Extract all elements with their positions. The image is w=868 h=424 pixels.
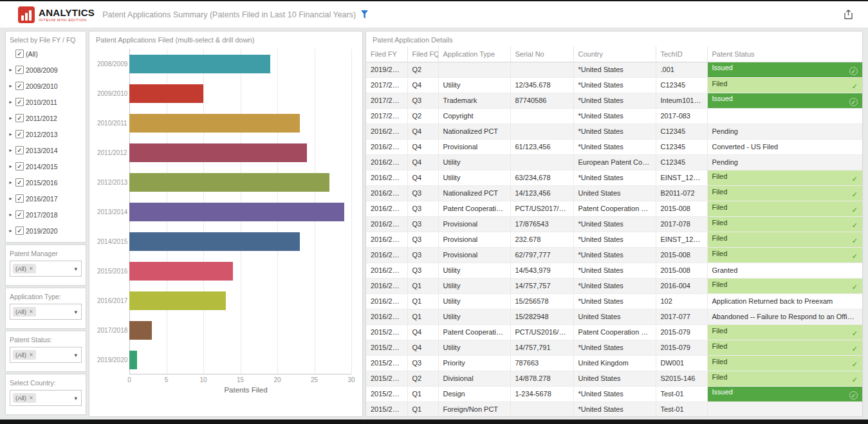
column-header[interactable]: Application Type xyxy=(438,46,510,62)
table-row[interactable]: 2015/2016Q4Patent Cooperation T...PCT/US… xyxy=(366,324,862,340)
cell-country: European Patent Convent... xyxy=(573,154,656,170)
table-row[interactable]: 2015/2016Q1Foreign/Non PCT*United States… xyxy=(366,401,862,417)
column-header[interactable]: Country xyxy=(573,46,656,62)
fy-filter-item[interactable]: ▸✓2012/2013 xyxy=(6,126,86,142)
fy-filter-item[interactable]: ▸✓2016/2017 xyxy=(6,190,86,207)
expand-icon[interactable]: ▸ xyxy=(8,196,14,201)
table-row[interactable]: 2016/2017Q3Patent Cooperation T...PCT/US… xyxy=(366,201,862,216)
expand-icon[interactable]: ▸ xyxy=(8,163,14,169)
chart-bar[interactable] xyxy=(129,84,203,103)
table-row[interactable]: 2017/2018Q3Trademark87740586*United Stat… xyxy=(366,93,862,108)
filter-dropdown[interactable]: (All)✕▾ xyxy=(10,261,82,277)
table-row[interactable]: 2016/2017Q4Provisional61/123,456*United … xyxy=(366,139,862,154)
table-row[interactable]: 2015/2016Q1Design1-234-5678*United State… xyxy=(366,386,862,401)
table-row[interactable]: 2017/2018Q4Utility12/345.678*United Stat… xyxy=(366,77,862,93)
chart-bar[interactable] xyxy=(129,321,152,340)
column-header[interactable]: Serial No xyxy=(510,46,573,62)
table-row[interactable]: 2016/2017Q4UtilityEuropean Patent Conven… xyxy=(366,154,862,170)
table-row[interactable]: 2015/2016Q2Divisional14/878.278United St… xyxy=(366,371,862,386)
table-row[interactable]: 2016/2017Q1Utility15/256578*United State… xyxy=(366,293,862,309)
status-label: Filed xyxy=(712,219,728,226)
fy-filter-item[interactable]: ✓(All) xyxy=(6,46,86,62)
table-row[interactable]: 2015/2016Q3Priority787663United KingdomD… xyxy=(366,355,862,371)
chart-bar[interactable] xyxy=(129,143,307,162)
table-row[interactable]: 2016/2017Q3Provisional62/797,777*United … xyxy=(366,247,862,263)
cell-serial-no: 232.678 xyxy=(510,232,573,247)
fy-filter-item[interactable]: ▸✓2015/2016 xyxy=(6,174,86,190)
checkbox[interactable]: ✓ xyxy=(15,178,24,187)
dropdown-caret-icon[interactable]: ▾ xyxy=(73,266,78,272)
fy-item-label: 2017/2018 xyxy=(26,211,58,219)
table-row[interactable]: 2016/2017Q3Nationalized PCT14/123,456Uni… xyxy=(366,185,862,201)
chart-bar[interactable] xyxy=(129,351,137,369)
checkbox[interactable]: ✓ xyxy=(15,162,24,171)
table-row[interactable]: 2017/2018Q2Copyright*United States2017-0… xyxy=(366,108,862,124)
table-row[interactable]: 2016/2017Q4Nationalized PCT*United State… xyxy=(366,124,862,139)
chart-bar-row: 2019/2020 xyxy=(97,345,351,374)
dropdown-caret-icon[interactable]: ▾ xyxy=(73,395,78,401)
table-row[interactable]: 2016/2017Q3Utility14/543,979*United Stat… xyxy=(366,263,862,278)
expand-icon[interactable]: ▸ xyxy=(8,99,14,105)
fy-filter-item[interactable]: ▸✓2011/2012 xyxy=(6,110,86,126)
fy-filter-item[interactable]: ▸✓2013/2014 xyxy=(6,142,86,158)
chart-bar[interactable] xyxy=(129,203,344,221)
cell-tech-id: 2015-008 xyxy=(656,201,707,216)
fy-filter-title: Select by File FY / FQ xyxy=(6,32,86,46)
chart-bar[interactable] xyxy=(129,291,226,310)
expand-icon[interactable]: ▸ xyxy=(8,67,14,73)
column-header[interactable]: TechID xyxy=(656,46,707,62)
remove-icon[interactable]: ✕ xyxy=(29,309,33,315)
expand-icon[interactable]: ▸ xyxy=(8,228,14,234)
fy-filter-item[interactable]: ▸✓2019/2020 xyxy=(6,223,86,239)
remove-icon[interactable]: ✕ xyxy=(29,395,33,401)
status-label: Filed xyxy=(712,80,728,88)
filter-dropdown[interactable]: (All)✕▾ xyxy=(10,304,82,320)
column-header[interactable]: Filed FQ xyxy=(407,46,438,62)
dropdown-caret-icon[interactable]: ▾ xyxy=(73,309,78,315)
fy-filter-item[interactable]: ▸✓2008/2009 xyxy=(6,62,86,78)
chart-bar[interactable] xyxy=(129,55,270,73)
chart-bar[interactable] xyxy=(129,232,300,251)
table-row[interactable]: 2016/2017Q1Utility15/282948United States… xyxy=(366,309,862,324)
checkbox[interactable]: ✓ xyxy=(15,210,24,219)
checkbox[interactable]: ✓ xyxy=(15,146,24,154)
column-header[interactable]: Filed FY xyxy=(366,46,407,62)
checkbox[interactable]: ✓ xyxy=(15,194,24,203)
checkbox[interactable]: ✓ xyxy=(15,130,24,138)
expand-icon[interactable]: ▸ xyxy=(8,131,14,137)
filter-dropdown[interactable]: (All)✕▾ xyxy=(10,347,82,363)
table-row[interactable]: 2016/2017Q1Utility14/757,757*United Stat… xyxy=(366,278,862,293)
expand-icon[interactable]: ▸ xyxy=(8,180,14,185)
remove-icon[interactable]: ✕ xyxy=(29,352,33,358)
expand-icon[interactable]: ▸ xyxy=(8,115,14,121)
fy-filter-item[interactable]: ▸✓2017/2018 xyxy=(6,207,86,223)
fy-filter-item[interactable]: ▸✓2010/2011 xyxy=(6,94,86,110)
filter-dropdown[interactable]: (All)✕▾ xyxy=(10,390,82,406)
cell-tech-id: 2017-083 xyxy=(656,108,707,124)
table-row[interactable]: 2015/2016Q4Utility14/757,791*United Stat… xyxy=(366,340,862,355)
cell-filed-fy: 2015/2016 xyxy=(366,324,407,340)
table-row[interactable]: 2019/2020Q2*United States.001✓Issued xyxy=(366,62,862,77)
filter-funnel-icon[interactable] xyxy=(361,10,368,19)
checkbox[interactable]: ✓ xyxy=(15,50,24,58)
remove-icon[interactable]: ✕ xyxy=(29,266,33,272)
chart-bar[interactable] xyxy=(129,173,329,192)
dropdown-caret-icon[interactable]: ▾ xyxy=(73,352,78,358)
table-row[interactable]: 2016/2017Q3Provisional232.678*United Sta… xyxy=(366,232,862,247)
column-header[interactable]: Patent Status xyxy=(707,46,862,62)
chart-bar[interactable] xyxy=(129,114,300,133)
checkbox[interactable]: ✓ xyxy=(15,82,24,90)
checkbox[interactable]: ✓ xyxy=(15,66,24,74)
checkbox[interactable]: ✓ xyxy=(15,98,24,106)
share-icon[interactable] xyxy=(843,9,854,20)
checkbox[interactable]: ✓ xyxy=(15,114,24,122)
checkbox[interactable]: ✓ xyxy=(15,226,24,235)
fy-filter-item[interactable]: ▸✓2009/2010 xyxy=(6,78,86,94)
expand-icon[interactable]: ▸ xyxy=(8,147,14,153)
chart-bar[interactable] xyxy=(129,262,233,281)
fy-filter-item[interactable]: ▸✓2014/2015 xyxy=(6,158,86,174)
table-row[interactable]: 2016/2017Q3Provisional17/876543*United S… xyxy=(366,216,862,232)
table-row[interactable]: 2016/2017Q4Utility63/234,678*United Stat… xyxy=(366,170,862,185)
expand-icon[interactable]: ▸ xyxy=(8,212,14,217)
expand-icon[interactable]: ▸ xyxy=(8,83,14,89)
